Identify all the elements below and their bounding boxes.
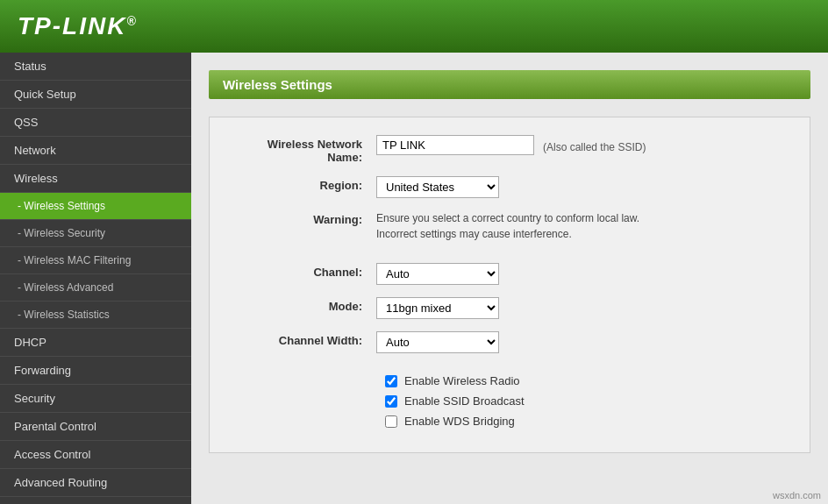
mode-row: Mode: 11bgn mixed 11bg mixed 11b only 11… [236, 297, 783, 319]
sidebar-item-forwarding[interactable]: Forwarding [0, 357, 191, 385]
network-name-label: Wireless Network Name: [236, 135, 376, 164]
enable-ssid-row: Enable SSID Broadcast [385, 394, 783, 408]
sidebar-item-security[interactable]: Security [0, 385, 191, 413]
sidebar-item-wireless-security[interactable]: - Wireless Security [0, 220, 191, 247]
sidebar-item-wireless-mac-filtering[interactable]: - Wireless MAC Filtering [0, 247, 191, 274]
sidebar-item-wireless-advanced[interactable]: - Wireless Advanced [0, 274, 191, 302]
section-header: Wireless Settings [209, 70, 810, 99]
channel-width-select[interactable]: Auto 20MHz 40MHz [376, 331, 499, 353]
logo-symbol: ® [126, 14, 137, 28]
enable-wds-checkbox[interactable] [385, 415, 397, 428]
enable-wds-row: Enable WDS Bridging [385, 415, 783, 428]
sidebar-item-dhcp[interactable]: DHCP [0, 329, 191, 357]
channel-label: Channel: [236, 263, 376, 279]
region-select[interactable]: United States Europe Asia Australia [376, 176, 499, 198]
warning-text-line1: Ensure you select a correct country to c… [376, 210, 783, 226]
network-name-control: (Also called the SSID) [376, 135, 783, 155]
sidebar-item-network[interactable]: Network [0, 137, 191, 165]
layout: StatusQuick SetupQSSNetworkWireless- Wir… [0, 53, 828, 504]
sidebar-item-quick-setup[interactable]: Quick Setup [0, 81, 191, 109]
channel-width-row: Channel Width: Auto 20MHz 40MHz [236, 331, 783, 353]
warning-text-line2: Incorrect settings may cause interferenc… [376, 226, 783, 242]
sidebar-item-bandwidth-control[interactable]: Bandwidth Control [0, 497, 191, 504]
channel-width-control: Auto 20MHz 40MHz [376, 331, 783, 353]
channel-row: Channel: Auto 1234 5678 91011 [236, 263, 783, 285]
sidebar-item-access-control[interactable]: Access Control [0, 441, 191, 469]
sidebar-item-wireless-settings[interactable]: - Wireless Settings [0, 193, 191, 220]
channel-select[interactable]: Auto 1234 5678 91011 [376, 263, 499, 285]
warning-label: Warning: [236, 210, 376, 226]
sidebar-item-wireless[interactable]: Wireless [0, 165, 191, 193]
brand-watermark: wsxdn.com [773, 490, 821, 500]
header: TP-LINK® [0, 0, 828, 53]
sidebar-item-advanced-routing[interactable]: Advanced Routing [0, 469, 191, 497]
form-area: Wireless Network Name: (Also called the … [209, 117, 810, 453]
warning-control: Ensure you select a correct country to c… [376, 210, 783, 242]
enable-radio-label: Enable Wireless Radio [404, 374, 520, 387]
main-content: Wireless Settings Wireless Network Name:… [191, 53, 828, 504]
sidebar: StatusQuick SetupQSSNetworkWireless- Wir… [0, 53, 191, 504]
sidebar-item-qss[interactable]: QSS [0, 109, 191, 137]
enable-radio-checkbox[interactable] [385, 375, 397, 387]
mode-select[interactable]: 11bgn mixed 11bg mixed 11b only 11g only… [376, 297, 499, 319]
network-name-input[interactable] [376, 135, 534, 155]
region-label: Region: [236, 176, 376, 192]
network-name-row: Wireless Network Name: (Also called the … [236, 135, 783, 164]
sidebar-item-parental-control[interactable]: Parental Control [0, 413, 191, 441]
mode-label: Mode: [236, 297, 376, 313]
channel-control: Auto 1234 5678 91011 [376, 263, 783, 285]
sidebar-item-status[interactable]: Status [0, 53, 191, 81]
enable-wds-label: Enable WDS Bridging [404, 415, 515, 428]
region-row: Region: United States Europe Asia Austra… [236, 176, 783, 198]
enable-ssid-label: Enable SSID Broadcast [404, 394, 525, 408]
channel-width-label: Channel Width: [236, 331, 376, 347]
warning-row: Warning: Ensure you select a correct cou… [236, 210, 783, 242]
logo: TP-LINK® [18, 12, 138, 40]
mode-control: 11bgn mixed 11bg mixed 11b only 11g only… [376, 297, 783, 319]
ssid-note: (Also called the SSID) [543, 138, 646, 153]
enable-ssid-checkbox[interactable] [385, 395, 397, 408]
sidebar-item-wireless-statistics[interactable]: - Wireless Statistics [0, 302, 191, 329]
enable-radio-row: Enable Wireless Radio [385, 374, 783, 387]
region-control: United States Europe Asia Australia [376, 176, 783, 198]
